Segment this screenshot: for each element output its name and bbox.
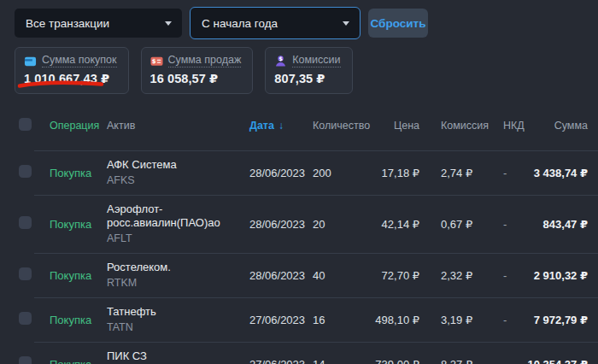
price-cell: 498,10 ₽	[363, 314, 419, 326]
svg-text:$: $	[279, 55, 284, 62]
quantity-cell: 40	[313, 269, 363, 282]
date-cell: 28/06/2023	[249, 269, 313, 282]
transactions-page: Все транзакции С начала года Сбросить Су…	[0, 0, 598, 364]
purchases-sum-label: Сумма покупок	[42, 54, 117, 68]
sales-sum-label: Сумма продаж	[168, 54, 242, 68]
table-body: Покупка АФК Система AFKS 28/06/2023 200 …	[0, 150, 598, 364]
table-row[interactable]: Покупка Аэрофлот-росс.авиалин(ПАО)ао AFL…	[0, 195, 598, 253]
asset-cell: ПИК СЗ PIKK	[107, 349, 249, 364]
nkd-cell: -	[484, 314, 520, 326]
column-header-nkd[interactable]: НКД	[484, 120, 520, 132]
commission-cell: 2,32 ₽	[419, 269, 484, 282]
commission-person-icon: $	[274, 55, 287, 68]
date-cell: 27/06/2023	[249, 314, 313, 326]
sort-descending-icon: ↓	[278, 120, 284, 132]
operation-label: Покупка	[50, 167, 107, 179]
sales-sum-value: 16 058,57 ₽	[150, 72, 242, 85]
period-value: С начала года	[202, 17, 278, 30]
price-cell: 72,70 ₽	[363, 269, 419, 282]
row-checkbox[interactable]	[19, 267, 32, 280]
asset-ticker: RTKM	[107, 276, 249, 290]
asset-name: Аэрофлот-росс.авиалин(ПАО)ао	[107, 203, 249, 230]
date-cell: 28/06/2023	[249, 167, 313, 179]
row-checkbox[interactable]	[19, 312, 32, 325]
commission-cell: 0,67 ₽	[419, 218, 484, 231]
svg-text:$: $	[151, 56, 155, 64]
column-header-operation[interactable]: Операция	[50, 120, 107, 132]
price-cell: 42,14 ₽	[363, 218, 419, 231]
date-cell: 27/06/2023	[249, 358, 313, 364]
row-checkbox[interactable]	[19, 216, 32, 229]
column-header-asset[interactable]: Актив	[107, 120, 249, 132]
nkd-cell: -	[484, 218, 520, 231]
commissions-value: 807,35 ₽	[274, 72, 340, 85]
table-header: Операция Актив Дата↓ Количество Цена Ком…	[0, 101, 598, 150]
sales-sum-card: $ Сумма продаж 16 058,57 ₽	[141, 47, 254, 94]
quantity-cell: 16	[313, 314, 363, 326]
commission-cell: 2,74 ₽	[419, 167, 484, 179]
transaction-type-select[interactable]: Все транзакции	[15, 9, 182, 38]
column-header-price[interactable]: Цена	[363, 120, 419, 132]
column-header-total[interactable]: Сумма	[520, 120, 588, 132]
asset-ticker: AFLT	[107, 232, 249, 245]
period-select[interactable]: С начала года	[190, 7, 361, 39]
commission-cell: 8,27 ₽	[419, 358, 484, 364]
receipt-icon: $	[150, 55, 163, 68]
date-cell: 28/06/2023	[249, 218, 313, 231]
commissions-card: $ Комиссии 807,35 ₽	[265, 47, 352, 94]
asset-cell: Татнефть TATN	[107, 305, 249, 334]
price-cell: 17,18 ₽	[363, 167, 419, 179]
select-all-checkbox[interactable]	[19, 118, 32, 131]
transaction-type-value: Все транзакции	[26, 17, 109, 30]
total-cell: 7 972,79 ₽	[520, 314, 588, 326]
purchases-sum-card: Сумма покупок 1 010 667,43 ₽	[15, 47, 129, 94]
total-cell: 2 910,32 ₽	[520, 269, 588, 282]
operation-label: Покупка	[50, 358, 107, 364]
chevron-down-icon	[165, 21, 172, 26]
wallet-icon	[24, 55, 37, 68]
row-checkbox[interactable]	[19, 356, 32, 364]
column-header-commission[interactable]: Комиссия	[419, 120, 484, 132]
transactions-table: Операция Актив Дата↓ Количество Цена Ком…	[0, 101, 598, 364]
asset-ticker: AFKS	[107, 173, 249, 187]
asset-name: АФК Система	[107, 158, 249, 172]
asset-name: Татнефть	[107, 305, 249, 319]
nkd-cell: -	[484, 167, 520, 179]
table-row[interactable]: Покупка Ростелеком. RTKM 28/06/2023 40 7…	[0, 253, 598, 297]
operation-label: Покупка	[50, 269, 107, 282]
reset-button[interactable]: Сбросить	[368, 9, 428, 38]
nkd-cell: -	[484, 269, 520, 282]
chevron-down-icon	[343, 21, 349, 26]
column-header-quantity[interactable]: Количество	[313, 120, 363, 132]
commissions-label: Комиссии	[292, 54, 340, 68]
asset-cell: АФК Система AFKS	[107, 158, 249, 187]
table-row[interactable]: Покупка Татнефть TATN 27/06/2023 16 498,…	[0, 297, 598, 342]
asset-cell: Аэрофлот-росс.авиалин(ПАО)ао AFLT	[107, 203, 249, 245]
asset-name: Ростелеком.	[107, 261, 249, 274]
total-cell: 3 438,74 ₽	[520, 167, 588, 179]
price-cell: 739,00 ₽	[363, 358, 419, 364]
quantity-cell: 200	[313, 167, 363, 179]
filter-bar: Все транзакции С начала года Сбросить	[0, 0, 598, 39]
nkd-cell: -	[484, 358, 520, 364]
operation-label: Покупка	[50, 314, 107, 326]
quantity-cell: 20	[313, 218, 363, 231]
row-checkbox[interactable]	[19, 165, 32, 178]
operation-label: Покупка	[50, 218, 107, 231]
asset-name: ПИК СЗ	[107, 349, 249, 363]
table-row[interactable]: Покупка АФК Система AFKS 28/06/2023 200 …	[0, 150, 598, 195]
total-cell: 10 354,27 ₽	[520, 358, 588, 364]
commission-cell: 3,19 ₽	[419, 314, 484, 326]
quantity-cell: 14	[313, 358, 363, 364]
column-header-date[interactable]: Дата↓	[249, 120, 313, 132]
total-cell: 843,47 ₽	[520, 218, 588, 231]
red-underline-annotation	[17, 79, 106, 90]
asset-ticker: TATN	[107, 320, 249, 334]
summary-cards: Сумма покупок 1 010 667,43 ₽ $ Сумма про…	[0, 39, 598, 94]
table-row[interactable]: Покупка ПИК СЗ PIKK 27/06/2023 14 739,00…	[0, 342, 598, 364]
asset-cell: Ростелеком. RTKM	[107, 261, 249, 290]
